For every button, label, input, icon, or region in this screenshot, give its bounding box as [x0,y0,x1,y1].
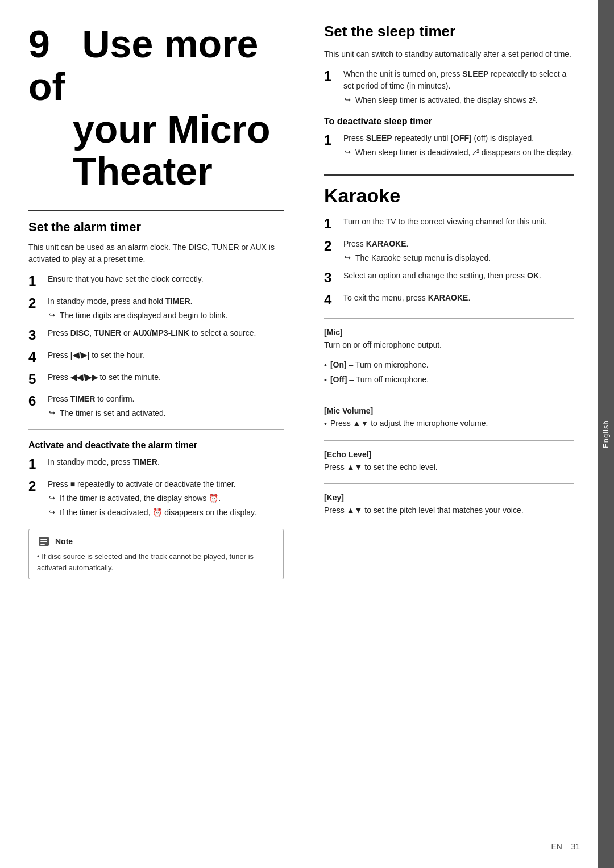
alarm-timer-title: Set the alarm timer [28,220,284,235]
left-column: 9 Use more of your Micro Theater Set the… [28,23,301,845]
karaoke-step-2-num: 2 [324,238,338,254]
svg-rect-3 [40,544,45,545]
svg-rect-2 [40,541,47,542]
deactivate-sleep-step-1-num: 1 [324,132,338,149]
alarm-step-6-num: 6 [28,393,42,410]
alarm-step-3-text: Press DISC, TUNER or AUX/MP3-LINK to sel… [48,328,256,337]
mic-volume-label: [Mic Volume] [324,406,574,415]
alarm-step-4-content: Press |◀/▶| to set the hour. [48,349,284,361]
karaoke-step-4-text: To exit the menu, press KARAOKE. [343,293,470,302]
karaoke-step-4: 4 To exit the menu, press KARAOKE. [324,292,574,308]
key-text: Press ▲▼ to set the pitch level that mat… [324,504,574,516]
deactivate-sleep-step-1-text: Press SLEEP repeatedly until [OFF] (off)… [343,133,534,143]
activate-step-1: 1 In standby mode, press TIMER. [28,456,284,473]
deactivate-sleep-step-1-content: Press SLEEP repeatedly until [OFF] (off)… [343,132,574,158]
mic-volume-text: Press ▲▼ to adjust the microphone volume… [330,418,488,429]
note-label: Note [55,537,73,546]
karaoke-step-1-num: 1 [324,216,338,232]
karaoke-step-4-content: To exit the menu, press KARAOKE. [343,292,574,304]
sleep-step-1-content: When the unit is turned on, press SLEEP … [343,68,574,106]
karaoke-step-2-text: Press KARAOKE. [343,239,408,248]
deactivate-sleep-steps: 1 Press SLEEP repeatedly until [OFF] (of… [324,132,574,158]
activate-step-2-sub2: ↪ If the timer is deactivated, ⏰ disappe… [49,507,284,519]
karaoke-step-2-sub-text: The Karaoke setup menu is displayed. [355,252,491,264]
note-icon [37,535,51,548]
karaoke-step-1: 1 Turn on the TV to the correct viewing … [324,216,574,232]
sleep-sub-arrow: ↪ [345,94,351,106]
alarm-step-2-content: In standby mode, press and hold TIMER. ↪… [48,295,284,322]
mic-volume-dot: • [324,418,327,430]
karaoke-step-2-content: Press KARAOKE. ↪ The Karaoke setup menu … [343,238,574,264]
note-bullet-dot: • [37,552,42,561]
sleep-step-1-sub: ↪ When sleep timer is activated, the dis… [345,94,574,106]
activate-step-2-content: Press ■ repeatedly to activate or deacti… [48,478,284,519]
mic-on-dot: • [324,360,327,372]
alarm-step-4-num: 4 [28,349,42,366]
karaoke-step-2-sub: ↪ The Karaoke setup menu is displayed. [345,252,574,264]
page-footer: EN 31 [551,842,580,851]
divider-karaoke [324,174,574,176]
alarm-step-4: 4 Press |◀/▶| to set the hour. [28,349,284,366]
sleep-timer-title: Set the sleep timer [324,23,574,40]
page-number: 31 [571,842,580,851]
chapter-title-line3: Theater [73,149,213,193]
karaoke-step-1-text: Turn on the TV to the correct viewing ch… [343,217,547,226]
alarm-step-5-content: Press ◀◀/▶▶ to set the minute. [48,372,284,383]
alarm-step-3-content: Press DISC, TUNER or AUX/MP3-LINK to sel… [48,327,284,339]
mic-off-text: [Off] – Turn off microphone. [330,374,429,386]
activate-step-1-content: In standby mode, press TIMER. [48,456,284,468]
karaoke-step-1-content: Turn on the TV to the correct viewing ch… [343,216,574,228]
svg-rect-1 [40,539,47,540]
deactivate-sleep-step-1: 1 Press SLEEP repeatedly until [OFF] (of… [324,132,574,158]
alarm-step-1-content: Ensure that you have set the clock corre… [48,273,284,285]
side-tab-label: English [602,420,611,448]
sleep-step-1-text: When the unit is turned on, press SLEEP … [343,69,566,90]
activate-step-2-sub1: ↪ If the timer is activated, the display… [49,493,284,504]
alarm-timer-intro: This unit can be used as an alarm clock.… [28,241,284,265]
echo-level-text: Press ▲▼ to set the echo level. [324,461,574,473]
divider-activate [28,429,284,430]
divider-key [324,483,574,484]
alarm-step-5: 5 Press ◀◀/▶▶ to set the minute. [28,372,284,388]
mic-on-text: [On] – Turn on microphone. [330,359,429,371]
sleep-steps-list: 1 When the unit is turned on, press SLEE… [324,68,574,106]
mic-on-bullet: • [On] – Turn on microphone. [324,359,574,372]
mic-off-bullet: • [Off] – Turn off microphone. [324,374,574,386]
karaoke-sub-arrow-2: ↪ [345,252,351,264]
deactivate-sleep-sub: ↪ When sleep timer is deactivated, z² di… [345,147,574,158]
activate-step-1-num: 1 [28,456,42,473]
alarm-step-5-text: Press ◀◀/▶▶ to set the minute. [48,373,161,382]
alarm-step-3: 3 Press DISC, TUNER or AUX/MP3-LINK to s… [28,327,284,344]
en-label: EN [551,842,562,851]
mic-label: [Mic] [324,328,574,337]
divider-mic-volume [324,397,574,397]
key-label: [Key] [324,493,574,502]
divider-mic [324,318,574,319]
deactivate-sleep-sub-text: When sleep timer is deactivated, z² disa… [355,147,573,158]
sub-arrow-2: ↪ [49,310,55,321]
sleep-step-1-sub-text: When sleep timer is activated, the displ… [355,94,538,106]
alarm-step-1: 1 Ensure that you have set the clock cor… [28,273,284,290]
karaoke-step-2: 2 Press KARAOKE. ↪ The Karaoke setup men… [324,238,574,264]
chapter-title-line1: Use more of [28,22,258,108]
alarm-step-2-text-after: . [190,297,193,306]
english-tab: English [598,0,614,868]
mic-volume-text-item: • Press ▲▼ to adjust the microphone volu… [324,418,574,430]
chapter-heading: 9 Use more of your Micro Theater [28,23,284,193]
activate-step-2-sub2-text: If the timer is deactivated, ⏰ disappear… [60,507,256,519]
activate-steps-list: 1 In standby mode, press TIMER. 2 Press … [28,456,284,519]
alarm-step-5-num: 5 [28,372,42,388]
alarm-step-2-sub-text: The time digits are displayed and begin … [60,310,228,322]
note-header: Note [37,535,275,548]
alarm-step-2-sub: ↪ The time digits are displayed and begi… [49,310,284,322]
activate-step-2-num: 2 [28,478,42,495]
karaoke-step-3-num: 3 [324,270,338,286]
mic-off-dot: • [324,374,327,386]
sleep-step-1-num: 1 [324,68,338,85]
right-column: Set the sleep timer This unit can switch… [301,23,574,845]
note-text-content: If disc source is selected and the track… [37,552,254,572]
activate-step-2-text: Press ■ repeatedly to activate or deacti… [48,479,236,489]
alarm-step-2-text-before: In standby mode, press and hold [48,297,165,306]
alarm-step-1-text: Ensure that you have set the clock corre… [48,274,204,283]
sleep-step-1: 1 When the unit is turned on, press SLEE… [324,68,574,106]
